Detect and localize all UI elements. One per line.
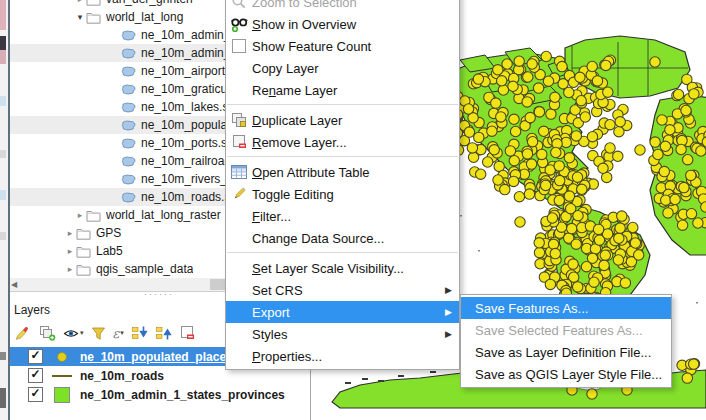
menu-item-label: Remove Layer... <box>252 135 445 150</box>
populated-place-dot <box>677 220 687 230</box>
populated-place-dot <box>686 209 696 219</box>
shapefile-icon <box>121 174 136 185</box>
populated-place-dot <box>603 87 613 97</box>
populated-place-dot <box>509 114 519 124</box>
menu-item-save-as-qgis-layer-style-file[interactable]: Save as QGIS Layer Style File... <box>461 363 671 385</box>
expand-arrow-icon[interactable]: ▸ <box>74 210 86 220</box>
submenu-arrow-icon: ▶ <box>445 329 453 339</box>
populated-place-dot <box>679 182 689 192</box>
populated-place-dot <box>613 151 623 161</box>
menu-item-label: Duplicate Layer <box>252 113 445 128</box>
layer-row-ne-10m-admin-1-states-provinces[interactable]: ✓ne_10m_admin_1_states_provinces <box>8 385 310 404</box>
menu-item-styles[interactable]: Styles▶ <box>226 323 459 345</box>
menu-item-show-feature-count[interactable]: Show Feature Count <box>226 35 459 57</box>
menu-item-label: Zoom to Selection <box>252 0 445 10</box>
menu-item-toggle-editing[interactable]: Toggle Editing <box>226 183 459 205</box>
populated-place-dot <box>524 189 534 199</box>
dropdown-arrow-icon[interactable]: ▾ <box>80 329 84 337</box>
layer-context-menu: Zoom to SelectionShow in OverviewShow Fe… <box>225 0 460 370</box>
menu-item-open-attribute-table[interactable]: Open Attribute Table <box>226 161 459 183</box>
menu-item-set-layer-scale-visibility[interactable]: Set Layer Scale Visibility... <box>226 257 459 279</box>
clipped-toolbar-fragment <box>0 50 6 64</box>
map-speck <box>478 250 480 252</box>
menu-item-label: Set CRS <box>252 283 445 298</box>
manage-map-themes-button[interactable]: ▾ <box>63 326 84 341</box>
menu-item-label: Open Attribute Table <box>252 165 445 180</box>
filter-by-expression-button[interactable]: ε▾ <box>113 326 124 341</box>
menu-separator <box>227 156 458 157</box>
populated-place-dot <box>650 137 660 147</box>
menu-item-show-in-overview[interactable]: Show in Overview <box>226 13 459 35</box>
submenu-arrow-icon: ▶ <box>445 285 453 295</box>
menu-item-filter[interactable]: Filter... <box>226 205 459 227</box>
populated-place-dot <box>526 159 536 169</box>
expand-all-button[interactable] <box>131 325 148 341</box>
layer-visibility-checkbox[interactable]: ✓ <box>28 368 43 383</box>
populated-place-dot <box>659 166 669 176</box>
populated-place-dot <box>497 76 507 86</box>
populated-place-dot <box>587 132 597 142</box>
populated-place-dot <box>676 144 686 154</box>
menu-item-label: Copy Layer <box>252 61 445 76</box>
populated-place-dot <box>557 61 567 71</box>
layer-visibility-checkbox[interactable]: ✓ <box>28 349 43 364</box>
dropdown-arrow-icon[interactable]: ▾ <box>120 329 124 337</box>
expand-arrow-icon[interactable]: ▸ <box>64 264 76 274</box>
menu-item-save-features-as[interactable]: Save Features As... <box>461 297 671 319</box>
collapse-arrow-icon[interactable]: ▾ <box>74 12 86 22</box>
expand-arrow-icon[interactable]: ▸ <box>64 228 76 238</box>
populated-place-dot <box>635 145 645 155</box>
menu-item-copy-layer[interactable]: Copy Layer <box>226 57 459 79</box>
populated-place-dot <box>493 175 503 185</box>
shapefile-icon <box>121 120 136 131</box>
populated-place-dot <box>657 115 667 125</box>
menu-item-label: Save Selected Features As... <box>475 323 657 338</box>
menu-item-label: Set Layer Scale Visibility... <box>252 261 445 276</box>
populated-place-dot <box>614 127 624 137</box>
remove-layer-button[interactable] <box>179 325 195 341</box>
populated-place-dot <box>474 132 484 142</box>
menu-item-duplicate-layer[interactable]: Duplicate Layer <box>226 109 459 131</box>
menu-item-change-data-source[interactable]: Change Data Source... <box>226 227 459 249</box>
populated-place-dot <box>615 223 625 233</box>
menu-item-set-crs[interactable]: Set CRS▶ <box>226 279 459 301</box>
layer-name: ne_10m_admin_1_states_provinces <box>80 388 285 402</box>
populated-place-dot <box>476 169 486 179</box>
tree-item-label: van_der_grinten <box>106 0 193 6</box>
populated-place-dot <box>605 120 615 130</box>
map-islet <box>398 375 404 377</box>
export-submenu: Save Features As...Save Selected Feature… <box>460 294 672 388</box>
removeicon-icon <box>226 134 252 150</box>
populated-place-dot <box>600 250 610 260</box>
menu-item-save-as-layer-definition-file[interactable]: Save as Layer Definition File... <box>461 341 671 363</box>
populated-place-dot <box>496 112 506 122</box>
add-group-button[interactable] <box>39 325 56 341</box>
populated-place-dot <box>550 248 560 258</box>
menu-item-export[interactable]: Export▶ <box>226 301 459 323</box>
menu-item-label: Styles <box>252 327 445 342</box>
pencil-icon <box>226 186 252 202</box>
shapefile-icon <box>121 30 136 41</box>
menu-item-label: Export <box>252 305 445 320</box>
menu-separator <box>227 104 458 105</box>
folder-icon <box>86 11 101 24</box>
menu-item-remove-layer[interactable]: Remove Layer... <box>226 131 459 153</box>
filter-legend-button[interactable] <box>91 326 106 341</box>
zoom-icon <box>226 0 252 10</box>
populated-place-dot <box>686 170 696 180</box>
open-layer-styling-button[interactable] <box>14 325 32 341</box>
layer-visibility-checkbox[interactable]: ✓ <box>28 387 43 402</box>
shapefile-icon <box>121 84 136 95</box>
menu-item-rename-layer[interactable]: Rename Layer <box>226 79 459 101</box>
populated-place-dot <box>634 250 644 260</box>
collapse-all-button[interactable] <box>155 325 172 341</box>
duplicate-icon <box>226 112 252 128</box>
populated-place-dot <box>630 238 640 248</box>
expand-arrow-icon[interactable]: ▸ <box>64 246 76 256</box>
menu-item-label: Show in Overview <box>252 17 445 32</box>
populated-place-dot <box>587 61 597 71</box>
expand-arrow-icon[interactable]: ▸ <box>74 0 86 4</box>
menu-item-properties[interactable]: Properties... <box>226 345 459 367</box>
populated-place-dot <box>663 208 673 218</box>
populated-place-dot <box>620 278 630 288</box>
